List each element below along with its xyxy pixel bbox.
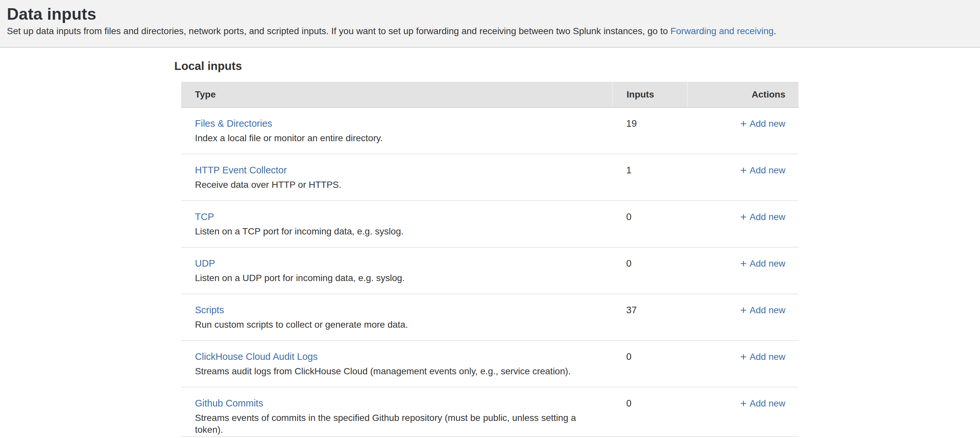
add-new-label: Add new [749,352,785,362]
input-type-link[interactable]: TCP [195,210,214,223]
add-new-label: Add new [749,212,785,222]
input-type-link[interactable]: ClickHouse Cloud Audit Logs [195,350,318,363]
table-row: Github Commits Streams events of commits… [181,387,799,436]
add-new-link[interactable]: +Add new [740,258,785,269]
plus-icon: + [740,117,747,130]
type-cell: TCP Listen on a TCP port for incoming da… [181,201,612,247]
actions-cell: +Add new [687,341,799,387]
plus-icon: + [740,257,747,270]
inputs-count: 0 [612,247,687,294]
actions-cell: +Add new [687,387,799,436]
inputs-count: 37 [612,294,687,341]
subtitle-text-after-link: . [773,26,776,36]
plus-icon: + [740,210,747,223]
add-new-link[interactable]: +Add new [740,352,785,362]
input-type-description: Index a local file or monitor an entire … [195,132,603,144]
inputs-count: 19 [612,107,687,154]
table-row: ClickHouse Cloud Audit Logs Streams audi… [181,341,799,387]
type-cell: UDP Listen on a UDP port for incoming da… [181,247,612,294]
input-type-link[interactable]: Github Commits [195,397,263,410]
type-cell: Github Commits Streams events of commits… [181,387,612,436]
add-new-label: Add new [749,305,785,315]
input-type-link[interactable]: UDP [195,257,215,270]
inputs-count: 0 [612,387,687,436]
column-header-actions: Actions [687,82,799,107]
add-new-label: Add new [749,398,785,408]
table-row: Files & Directories Index a local file o… [181,107,799,154]
input-type-description: Receive data over HTTP or HTTPS. [195,179,603,191]
actions-cell: +Add new [687,247,799,294]
table-body: Files & Directories Index a local file o… [181,107,799,436]
type-cell: ClickHouse Cloud Audit Logs Streams audi… [181,341,612,387]
input-type-description: Run custom scripts to collect or generat… [195,319,603,331]
actions-cell: +Add new [687,201,799,247]
type-cell: HTTP Event Collector Receive data over H… [181,154,612,201]
add-new-link[interactable]: +Add new [740,165,785,175]
input-type-description: Listen on a UDP port for incoming data, … [195,272,603,284]
add-new-label: Add new [749,258,785,269]
input-type-link[interactable]: Files & Directories [195,117,272,130]
content-area: Local inputs Type Inputs Actions Files &… [0,48,980,437]
type-cell: Scripts Run custom scripts to collect or… [181,294,612,341]
add-new-label: Add new [749,165,785,175]
inputs-count: 0 [612,201,687,247]
add-new-link[interactable]: +Add new [740,118,785,129]
input-type-link[interactable]: Scripts [195,303,224,317]
local-inputs-table: Type Inputs Actions Files & Directories … [181,82,799,437]
page-subtitle: Set up data inputs from files and direct… [7,25,967,37]
input-type-description: Streams audit logs from ClickHouse Cloud… [195,365,603,377]
add-new-link[interactable]: +Add new [740,305,785,315]
add-new-link[interactable]: +Add new [740,212,785,222]
inputs-count: 1 [612,154,687,201]
input-type-link[interactable]: HTTP Event Collector [195,164,287,177]
type-cell: Files & Directories Index a local file o… [181,107,612,154]
actions-cell: +Add new [687,154,799,201]
actions-cell: +Add new [687,294,799,341]
page-header: Data inputs Set up data inputs from file… [0,0,980,48]
input-type-description: Streams events of commits in the specifi… [195,412,603,436]
table-row: HTTP Event Collector Receive data over H… [181,154,799,201]
plus-icon: + [740,303,747,317]
data-inputs-page: Data inputs Set up data inputs from file… [0,0,980,437]
actions-cell: +Add new [687,107,799,154]
column-header-type: Type [181,82,612,107]
table-row: TCP Listen on a TCP port for incoming da… [181,201,799,247]
subtitle-text-before-link: Set up data inputs from files and direct… [7,26,670,36]
forwarding-and-receiving-link[interactable]: Forwarding and receiving [670,26,773,36]
table-header-row: Type Inputs Actions [181,82,799,107]
table-row: Scripts Run custom scripts to collect or… [181,294,799,341]
add-new-link[interactable]: +Add new [740,398,785,408]
page-title: Data inputs [7,5,967,24]
plus-icon: + [740,350,747,363]
plus-icon: + [740,164,747,177]
section-title-local-inputs: Local inputs [174,59,980,73]
input-type-description: Listen on a TCP port for incoming data, … [195,226,603,237]
table-row: UDP Listen on a UDP port for incoming da… [181,247,799,294]
inputs-count: 0 [612,341,687,387]
column-header-inputs: Inputs [612,82,687,107]
plus-icon: + [740,397,747,410]
add-new-label: Add new [749,118,785,129]
